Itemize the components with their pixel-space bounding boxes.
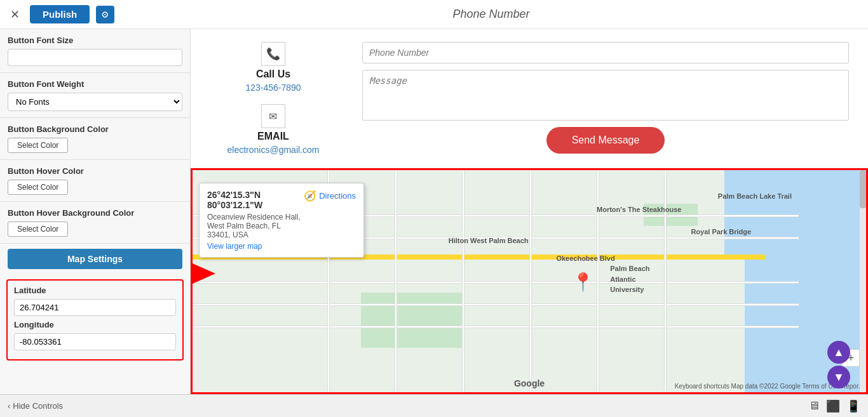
road-v-6 — [664, 170, 667, 392]
email-address: electronics@gmail.com — [227, 145, 320, 155]
park-area — [361, 293, 462, 348]
phone-icon: 📞 — [266, 47, 280, 61]
directions-label: Directions — [319, 191, 356, 201]
email-icon-box: ✉ — [261, 104, 285, 128]
road-h-3 — [193, 303, 799, 306]
font-size-section: Button Font Size — [0, 29, 190, 73]
contact-right: Send Message — [362, 42, 849, 155]
scroll-down-button[interactable]: ▼ — [827, 366, 850, 388]
right-scrollbar[interactable] — [860, 170, 866, 392]
publish-button[interactable]: Publish — [30, 5, 90, 23]
call-number: 123-456-7890 — [245, 83, 301, 93]
map-area: Palm Beach Lake Trail Morton's The Steak… — [191, 168, 868, 394]
tablet-icon[interactable]: ⬛ — [826, 399, 840, 413]
road-v-5 — [597, 170, 599, 392]
header-title: Phone Number — [121, 8, 862, 21]
top-bar: ✕ Publish ⚙ Phone Number — [0, 0, 868, 29]
message-input[interactable] — [362, 70, 849, 121]
bg-color-button[interactable]: Select Color — [8, 138, 68, 153]
scroll-up-button[interactable]: ▲ — [827, 341, 850, 364]
lat-lon-section: Latitude Longitude — [6, 279, 184, 361]
hover-color-label: Button Hover Color — [8, 166, 182, 176]
send-message-button[interactable]: Send Message — [546, 127, 665, 154]
bg-color-label: Button Background Color — [8, 124, 182, 134]
popup-address: Oceanview Residence Hall, West Palm Beac… — [207, 213, 304, 239]
font-size-input[interactable] — [8, 49, 182, 66]
red-arrow — [193, 263, 215, 284]
map-popup: 26°42'15.3"N 80°03'12.1"W Oceanview Resi… — [199, 183, 364, 258]
latitude-label: Latitude — [14, 286, 176, 295]
phone-number-input[interactable] — [362, 42, 849, 63]
map-label-mortons: Morton's The Steakhouse — [597, 206, 681, 213]
hover-color-section: Button Hover Color Select Color — [0, 160, 190, 202]
main-area: Button Font Size Button Font Weight No F… — [0, 29, 868, 394]
hide-controls-label: Hide Controls — [13, 401, 63, 411]
road-v-4 — [529, 170, 532, 392]
map-label-hilton: Hilton West Palm Beach — [449, 237, 529, 244]
email-icon: ✉ — [269, 110, 277, 122]
call-title: Call Us — [256, 69, 290, 80]
device-icons: 🖥 ⬛ 📱 — [808, 399, 860, 413]
font-weight-select[interactable]: No Fonts — [8, 93, 182, 111]
hover-color-button[interactable]: Select Color — [8, 180, 68, 195]
font-weight-section: Button Font Weight No Fonts — [0, 73, 190, 118]
map-pin: 📍 — [572, 272, 594, 293]
map-label-royal-park: Royal Park Bridge — [691, 228, 751, 235]
scrollbar-thumb[interactable] — [860, 170, 866, 208]
hide-controls-button[interactable]: ‹ Hide Controls — [8, 401, 63, 411]
map-label-palm-beach-trail: Palm Beach Lake Trail — [718, 192, 792, 200]
directions-icon: 🧭 — [304, 190, 316, 202]
directions-link[interactable]: 🧭 Directions — [304, 190, 356, 202]
call-item: 📞 Call Us 123-456-7890 — [245, 42, 301, 93]
hover-bg-color-button[interactable]: Select Color — [8, 222, 68, 237]
map-label-pba: Palm BeachAtlanticUniversity — [610, 263, 649, 295]
view-larger-link[interactable]: View larger map — [207, 242, 304, 251]
map-label-okeechobee: Okeechobee Blvd — [556, 255, 614, 262]
contact-left: 📞 Call Us 123-456-7890 ✉ EMAIL electroni… — [210, 42, 337, 155]
road-h-2 — [193, 281, 799, 284]
road-v-3 — [462, 170, 465, 392]
call-icon-box: 📞 — [261, 42, 285, 66]
hover-bg-color-label: Button Hover Background Color — [8, 208, 182, 218]
desktop-icon[interactable]: 🖥 — [808, 399, 820, 413]
latitude-input[interactable] — [14, 299, 176, 316]
bottom-bar: ‹ Hide Controls 🖥 ⬛ 📱 — [0, 394, 868, 417]
bg-color-section: Button Background Color Select Color — [0, 118, 190, 160]
google-logo: Google — [514, 378, 545, 388]
email-item: ✉ EMAIL electronics@gmail.com — [227, 104, 320, 155]
map-settings-button[interactable]: Map Settings — [8, 249, 182, 269]
chevron-left-icon: ‹ — [8, 401, 10, 411]
popup-coords: 26°42'15.3"N 80°03'12.1"W — [207, 190, 304, 210]
gear-button[interactable]: ⚙ — [96, 6, 114, 23]
font-weight-label: Button Font Weight — [8, 79, 182, 89]
close-button[interactable]: ✕ — [6, 6, 24, 23]
longitude-input[interactable] — [14, 333, 176, 350]
map-background: Palm Beach Lake Trail Morton's The Steak… — [193, 170, 866, 392]
longitude-label: Longitude — [14, 320, 176, 329]
right-content: 📞 Call Us 123-456-7890 ✉ EMAIL electroni… — [191, 29, 868, 394]
mobile-icon[interactable]: 📱 — [846, 399, 860, 413]
hover-bg-color-section: Button Hover Background Color Select Col… — [0, 202, 190, 244]
font-size-label: Button Font Size — [8, 36, 182, 45]
email-title: EMAIL — [257, 131, 289, 142]
road-h-4 — [193, 326, 799, 328]
red-arrow-overlay — [193, 263, 215, 284]
left-panel: Button Font Size Button Font Weight No F… — [0, 29, 191, 394]
road-v-2 — [395, 170, 397, 392]
contact-section: 📞 Call Us 123-456-7890 ✉ EMAIL electroni… — [191, 29, 868, 168]
